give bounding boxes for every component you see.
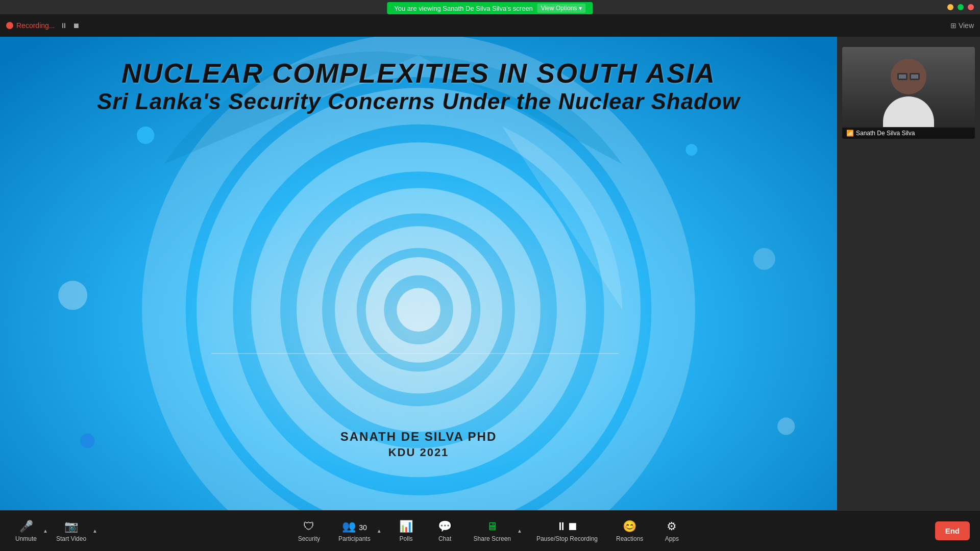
minimize-button[interactable] <box>947 4 953 10</box>
participants-chevron[interactable]: ▲ <box>376 528 383 534</box>
share-screen-icon: 🖥 <box>486 520 498 533</box>
participant-video-feed <box>842 47 975 139</box>
participants-group: 👥 30 Participants ▲ <box>333 517 383 545</box>
chat-button[interactable]: 💬 Chat <box>430 517 460 545</box>
security-label: Security <box>298 535 320 542</box>
video-chevron[interactable]: ▲ <box>91 528 99 534</box>
window-controls[interactable] <box>947 4 974 10</box>
pause-stop-recording-button[interactable]: ⏸⏹ Pause/Stop Recording <box>531 517 603 545</box>
svg-point-10 <box>58 281 87 310</box>
participants-icon: 👥 30 <box>342 520 367 533</box>
pause-recording-button[interactable]: ⏸ <box>59 20 69 31</box>
slide-bottom: SANATH DE SILVA PHD KDU 2021 <box>340 430 497 459</box>
start-video-label: Start Video <box>56 535 86 542</box>
participant-panel: 📶 Sanath De Silva Silva <box>837 37 980 510</box>
slide-content: NUCLEAR COMPLEXITIES IN SOUTH ASIA Sri L… <box>0 37 837 510</box>
video-group: 📷 Start Video ▲ <box>51 517 99 545</box>
polls-icon: 📊 <box>399 520 413 533</box>
svg-point-12 <box>80 434 95 448</box>
share-screen-label: Share Screen <box>474 535 511 542</box>
person-body <box>883 96 934 127</box>
security-button[interactable]: 🛡 Security <box>293 517 325 545</box>
share-screen-button[interactable]: 🖥 Share Screen <box>469 517 516 545</box>
close-button[interactable] <box>968 4 974 10</box>
share-screen-chevron[interactable]: ▲ <box>516 528 523 534</box>
svg-point-13 <box>777 417 795 435</box>
participant-avatar <box>883 59 934 127</box>
participants-count: 30 <box>359 523 367 532</box>
participant-video: 📶 Sanath De Silva Silva <box>842 47 975 139</box>
svg-point-9 <box>685 144 697 156</box>
banner-text: You are viewing Sanath De Silva Silva's … <box>394 5 533 12</box>
slide-title-main: NUCLEAR COMPLEXITIES IN SOUTH ASIA <box>97 57 740 89</box>
reactions-label: Reactions <box>616 535 643 542</box>
toolbar: 🎤 Unmute ▲ 📷 Start Video ▲ 🛡 Security 👥 … <box>0 510 980 551</box>
reactions-icon: 😊 <box>623 520 636 533</box>
slide-author: SANATH DE SILVA PHD <box>340 430 497 444</box>
svg-point-8 <box>137 127 154 144</box>
unmute-label: Unmute <box>15 535 37 542</box>
unmute-button[interactable]: 🎤 Unmute <box>10 517 42 545</box>
participant-name-bar: 📶 Sanath De Silva Silva <box>842 128 975 139</box>
screen-share-banner: You are viewing Sanath De Silva Silva's … <box>387 2 593 14</box>
chat-label: Chat <box>438 535 451 542</box>
signal-icon: 📶 <box>846 130 854 137</box>
person-head <box>891 59 926 94</box>
security-icon: 🛡 <box>303 520 314 533</box>
toolbar-center: 🛡 Security 👥 30 Participants ▲ 📊 Polls 💬… <box>293 517 688 545</box>
svg-point-11 <box>753 248 775 270</box>
pause-recording-label: Pause/Stop Recording <box>536 535 598 542</box>
participants-label: Participants <box>338 535 371 542</box>
apps-button[interactable]: ⚙ Apps <box>656 517 687 545</box>
polls-button[interactable]: 📊 Polls <box>391 517 422 545</box>
unmute-chevron[interactable]: ▲ <box>42 528 49 534</box>
recording-label: Recording... <box>16 21 55 30</box>
view-options-button[interactable]: View Options ▾ <box>537 4 586 13</box>
polls-label: Polls <box>400 535 413 542</box>
svg-point-7 <box>397 288 440 332</box>
recording-bar: Recording... ⏸ ⏹ ⊞ View <box>0 14 980 37</box>
slide-title-sub: Sri Lanka's Security Concerns Under the … <box>97 89 740 114</box>
reactions-button[interactable]: 😊 Reactions <box>611 517 648 545</box>
apps-label: Apps <box>665 535 679 542</box>
video-off-icon: 📷 <box>64 520 78 533</box>
toolbar-right: End <box>935 521 970 540</box>
slide-org: KDU 2021 <box>340 446 497 459</box>
maximize-button[interactable] <box>958 4 964 10</box>
title-bar: Zoom Meeting You are viewing Sanath De S… <box>0 0 980 14</box>
share-screen-group: 🖥 Share Screen ▲ <box>469 517 523 545</box>
apps-icon: ⚙ <box>667 520 677 533</box>
stop-recording-button[interactable]: ⏹ <box>71 20 81 31</box>
end-button[interactable]: End <box>935 521 970 540</box>
slide-text-area: NUCLEAR COMPLEXITIES IN SOUTH ASIA Sri L… <box>97 37 740 114</box>
microphone-muted-icon: 🎤 <box>19 520 33 533</box>
unmute-group: 🎤 Unmute ▲ <box>10 517 49 545</box>
slide-container: NUCLEAR COMPLEXITIES IN SOUTH ASIA Sri L… <box>0 37 837 510</box>
chat-icon: 💬 <box>438 520 452 533</box>
participant-name: Sanath De Silva Silva <box>856 130 915 137</box>
recording-indicator <box>6 22 13 29</box>
participants-button[interactable]: 👥 30 Participants <box>333 517 376 545</box>
view-button[interactable]: ⊞ View <box>950 21 974 30</box>
glass-right <box>910 73 920 80</box>
glass-left <box>897 73 908 80</box>
glasses <box>897 73 920 80</box>
toolbar-left: 🎤 Unmute ▲ 📷 Start Video ▲ <box>10 517 99 545</box>
start-video-button[interactable]: 📷 Start Video <box>51 517 91 545</box>
pause-stop-icon: ⏸⏹ <box>556 520 578 533</box>
main-area: NUCLEAR COMPLEXITIES IN SOUTH ASIA Sri L… <box>0 37 980 510</box>
